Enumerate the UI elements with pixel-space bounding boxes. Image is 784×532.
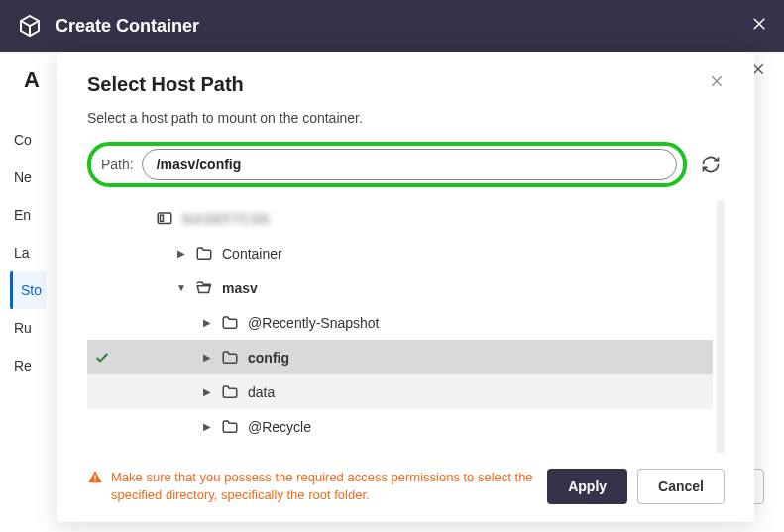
- refresh-button[interactable]: [697, 151, 725, 178]
- sidebar-item[interactable]: Ne: [10, 159, 46, 196]
- check-icon: [87, 350, 117, 366]
- svg-rect-1: [161, 215, 164, 221]
- bg-title-prefix: A: [24, 67, 40, 93]
- tree-row[interactable]: ▶config: [87, 340, 713, 374]
- tree-item-label: config: [248, 350, 289, 366]
- sidebar-item[interactable]: Sto: [10, 271, 46, 309]
- folder-icon: [194, 279, 214, 297]
- folder-tree: NASEF7C3N ▶Container▼masv▶@Recently-Snap…: [87, 201, 725, 453]
- warning-text: Make sure that you possess the required …: [111, 469, 537, 504]
- tree-item-label: data: [248, 384, 275, 400]
- sidebar-item[interactable]: En: [10, 196, 46, 234]
- tree-row[interactable]: ▶Container: [87, 236, 713, 270]
- svg-rect-3: [94, 479, 95, 480]
- tree-root-label: NASEF7C3N: [182, 211, 270, 227]
- tree-row[interactable]: ▶masv-1: [87, 444, 713, 453]
- path-highlight: Path:: [87, 142, 687, 187]
- path-row: Path:: [87, 142, 725, 187]
- footer-buttons: Apply Cancel: [547, 469, 725, 504]
- tree-row[interactable]: ▶@Recycle: [87, 409, 713, 444]
- modal-title: Select Host Path: [87, 73, 244, 96]
- modal-close-button[interactable]: [709, 73, 725, 93]
- folder-icon: [220, 314, 240, 332]
- sidebar-item[interactable]: Co: [10, 121, 46, 159]
- chevron-right-icon[interactable]: ▶: [200, 421, 214, 432]
- modal-header: Select Host Path: [87, 73, 725, 96]
- apply-button[interactable]: Apply: [547, 469, 627, 504]
- modal-footer: Make sure that you possess the required …: [87, 469, 725, 504]
- create-container-header: Create Container: [0, 0, 784, 52]
- cancel-button[interactable]: Cancel: [637, 469, 725, 504]
- topbar-title: Create Container: [56, 16, 199, 37]
- modal-subtitle: Select a host path to mount on the conta…: [87, 110, 725, 126]
- chevron-right-icon[interactable]: ▶: [200, 386, 214, 397]
- tree-item-label: masv: [222, 280, 258, 296]
- tree-item-label: Container: [222, 246, 282, 262]
- chevron-down-icon[interactable]: ▼: [174, 282, 188, 293]
- folder-icon: [220, 349, 240, 367]
- warning-icon: [87, 470, 103, 490]
- nas-icon: [155, 210, 174, 228]
- select-host-path-modal: Select Host Path Select a host path to m…: [57, 52, 754, 522]
- tree-item-label: @Recycle: [248, 419, 311, 435]
- sidebar-item[interactable]: Re: [10, 347, 46, 384]
- svg-rect-2: [94, 475, 95, 479]
- tree-row[interactable]: ▶data: [87, 374, 713, 409]
- cube-icon: [16, 12, 44, 40]
- sidebar-item[interactable]: La: [10, 234, 46, 271]
- tree-root-row[interactable]: NASEF7C3N: [87, 201, 713, 236]
- folder-icon: [220, 383, 240, 401]
- topbar-close-button[interactable]: [750, 15, 768, 38]
- chevron-right-icon[interactable]: ▶: [200, 352, 214, 363]
- sidebar: CoNeEnLaStoRuRe: [10, 121, 46, 384]
- tree-row[interactable]: ▶@Recently-Snapshot: [87, 305, 713, 340]
- folder-icon: [194, 245, 214, 263]
- sidebar-item[interactable]: Ru: [10, 309, 46, 347]
- chevron-right-icon[interactable]: ▶: [200, 317, 214, 328]
- folder-icon: [220, 418, 240, 436]
- path-label: Path:: [101, 157, 134, 172]
- warning-message: Make sure that you possess the required …: [87, 469, 537, 504]
- path-input[interactable]: [142, 149, 677, 180]
- tree-item-label: @Recently-Snapshot: [248, 315, 380, 331]
- tree-row[interactable]: ▼masv: [87, 270, 713, 305]
- chevron-right-icon[interactable]: ▶: [174, 248, 188, 259]
